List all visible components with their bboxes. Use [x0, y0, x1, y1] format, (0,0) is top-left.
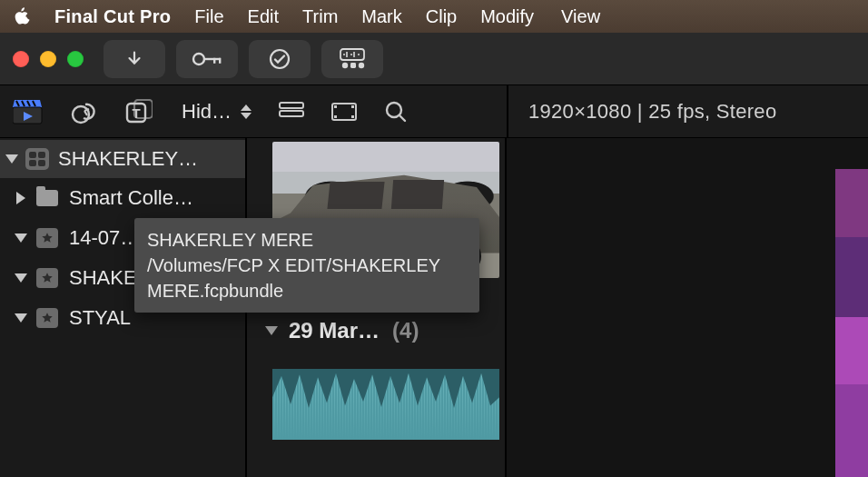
menubar-item-modify[interactable]: Modify	[480, 6, 534, 27]
library-path-tooltip: SHAKERLEY MERE /Volumes/FCP X EDIT/SHAKE…	[134, 218, 479, 313]
disclosure-triangle-icon[interactable]	[265, 326, 278, 335]
date-group-row[interactable]: 29 Mar… (4)	[247, 318, 505, 343]
window-close-button[interactable]	[13, 51, 29, 67]
svg-rect-1	[204, 57, 221, 59]
svg-rect-2	[213, 57, 215, 63]
enhancements-button[interactable]	[321, 40, 383, 78]
svg-rect-7	[350, 63, 356, 68]
disclosure-triangle-icon[interactable]	[5, 154, 18, 164]
app-window: T Hid… 1920×1080 | 25 fps, Stereo	[0, 33, 868, 477]
background-tasks-button[interactable]	[249, 40, 311, 78]
event-icon	[36, 268, 58, 288]
viewer-panel	[507, 138, 868, 477]
menubar-item-file[interactable]: File	[194, 6, 223, 27]
window-minimize-button[interactable]	[40, 51, 56, 67]
filmstrip-view-icon[interactable]	[331, 101, 357, 123]
svg-rect-22	[351, 115, 354, 118]
svg-rect-3	[219, 57, 221, 63]
svg-rect-20	[334, 115, 337, 118]
window-traffic-lights	[13, 51, 84, 67]
svg-rect-21	[351, 105, 354, 108]
menubar-item-edit[interactable]: Edit	[248, 6, 279, 27]
viewer-video-edge	[835, 169, 868, 477]
list-view-icon[interactable]	[279, 102, 304, 122]
svg-rect-17	[280, 111, 303, 116]
menubar-item-mark[interactable]: Mark	[361, 6, 401, 27]
menubar-app-name[interactable]: Final Cut Pro	[54, 6, 171, 27]
date-group-label: 29 Mar…	[289, 318, 380, 343]
disclosure-triangle-icon[interactable]	[15, 273, 27, 283]
import-button[interactable]	[104, 40, 165, 78]
menubar-item-clip[interactable]: Clip	[426, 6, 457, 27]
menubar-item-view[interactable]: View	[561, 6, 600, 27]
disclosure-triangle-icon[interactable]	[16, 192, 25, 204]
apple-menu-icon[interactable]	[13, 6, 31, 26]
sidebar-item-label: 14-07…	[69, 226, 140, 250]
titles-sidebar-icon[interactable]: T	[125, 99, 153, 124]
svg-rect-16	[280, 103, 303, 108]
viewer-info-label: 1920×1080 | 25 fps, Stereo	[507, 85, 868, 137]
browser-toolbar: T Hid… 1920×1080 | 25 fps, Stereo	[0, 85, 868, 138]
filter-popup[interactable]: Hid…	[182, 100, 252, 124]
sidebar-item-label: Smart Colle…	[69, 186, 193, 210]
disclosure-triangle-icon[interactable]	[15, 234, 27, 243]
event-icon	[36, 228, 58, 248]
date-group-count: (4)	[392, 318, 419, 343]
folder-icon	[36, 190, 58, 206]
mac-menu-bar: Final Cut Pro File Edit Trim Mark Clip M…	[0, 0, 868, 33]
menubar-item-trim[interactable]: Trim	[302, 6, 338, 27]
library-icon	[25, 148, 49, 170]
filter-popup-label: Hid…	[182, 100, 232, 124]
event-icon	[36, 308, 58, 328]
window-titlebar	[0, 33, 868, 85]
svg-rect-19	[334, 105, 337, 108]
library-name-label: SHAKERLEY…	[58, 147, 198, 171]
keyword-editor-button[interactable]	[176, 40, 238, 78]
libraries-sidebar-icon[interactable]	[13, 98, 44, 125]
tooltip-title: SHAKERLEY MERE	[147, 227, 467, 253]
search-icon[interactable]	[384, 100, 408, 124]
photos-sidebar-icon[interactable]	[71, 99, 98, 124]
svg-point-8	[359, 62, 364, 67]
tooltip-path: /Volumes/FCP X EDIT/SHAKERLEY MERE.fcpbu…	[147, 253, 467, 303]
sidebar-item-label: STYAL	[69, 306, 131, 330]
audio-clip-thumbnail[interactable]	[272, 369, 499, 440]
svg-point-0	[193, 54, 204, 65]
library-row[interactable]: SHAKERLEY…	[0, 140, 245, 178]
disclosure-triangle-icon[interactable]	[15, 313, 27, 323]
window-zoom-button[interactable]	[67, 51, 84, 67]
sidebar-item-smart-collections[interactable]: Smart Colle…	[0, 178, 245, 218]
filter-popup-chevrons-icon	[241, 104, 252, 119]
svg-point-6	[342, 62, 348, 67]
